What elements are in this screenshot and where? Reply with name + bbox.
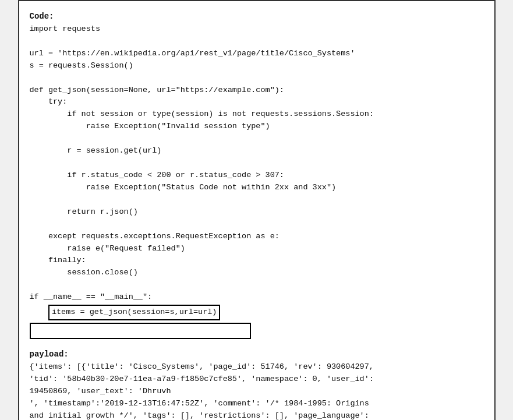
payload-section: payload: {'items': [{'title': 'Cisco_Sys… [30, 348, 484, 420]
code-line-blank-3 [30, 133, 484, 145]
code-section: Code: import requests url = 'https://en.… [30, 10, 484, 339]
code-line-blank-1 [30, 36, 484, 48]
code-line-r-get: r = session.get(url) [30, 145, 484, 157]
code-line-raise-e: raise e("Request failed") [30, 243, 484, 255]
code-line-items: items = get_json(session=s,url=url) [30, 303, 484, 320]
code-line-def: def get_json(session=None, url="https://… [30, 84, 484, 97]
code-line-except: except requests.exceptions.RequestExcept… [30, 231, 484, 243]
highlighted-code: items = get_json(session=s,url=url) [48, 305, 221, 320]
payload-label: payload: [30, 350, 69, 359]
payload-text: {'items': [{'title': 'Cisco_Systems', 'p… [30, 361, 484, 420]
code-line-url: url = 'https://en.wikipedia.org/api/rest… [30, 48, 484, 60]
code-line-try: try: [30, 96, 484, 108]
code-line-blank-4 [30, 157, 484, 170]
code-line-return: return r.json() [30, 206, 484, 218]
code-line-finally: finally: [30, 255, 484, 267]
empty-input-box[interactable] [30, 323, 251, 339]
code-label: Code: [30, 12, 54, 21]
code-line-blank-2 [30, 72, 484, 84]
code-line-if-status: if r.status_code < 200 or r.status_code … [30, 170, 484, 182]
main-container: Code: import requests url = 'https://en.… [18, 0, 496, 420]
code-line-1: import requests [30, 23, 484, 36]
code-line-raise-status: raise Exception("Status Code not within … [30, 182, 484, 194]
code-line-close: session.close() [30, 267, 484, 279]
code-line-blank-7 [30, 279, 484, 291]
code-line-blank-6 [30, 218, 484, 231]
code-line-main: if __name__ == "__main__": [30, 291, 484, 303]
code-line-if-session: if not session or type(session) is not r… [30, 108, 484, 121]
code-line-blank-5 [30, 194, 484, 206]
code-line-raise-invalid: raise Exception("Invalid session type") [30, 121, 484, 133]
code-line-session: s = requests.Session() [30, 60, 484, 72]
